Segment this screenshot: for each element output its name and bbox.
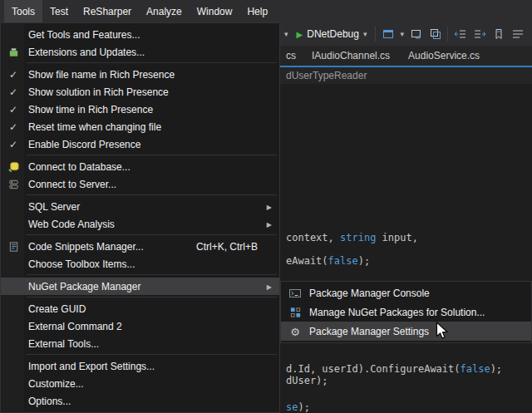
menu-item-label: Get Tools and Features... [28,29,140,41]
menu-item-code-snippets-manager[interactable]: Code Snippets Manager... Ctrl+K, Ctrl+B [1,238,279,255]
menu-item-web-code-analysis[interactable]: Web Code Analysis ▶ [1,215,279,233]
copy-window-icon[interactable] [428,27,442,42]
tools-menu: Get Tools and Features... Extensions and… [0,22,280,413]
vs-window: context, string input, eAwait(false); d.… [0,0,532,413]
menu-item-show-time-rich-presence[interactable]: ✓ Show time in Rich Presence [1,101,279,118]
menu-item-choose-toolbox-items[interactable]: Choose Toolbox Items... [1,255,279,273]
submenu-item-package-manager-console[interactable]: Package Manager Console [281,283,531,302]
code-text: ); [358,255,370,267]
menu-item-show-file-name-rich-presence[interactable]: ✓ Show file name in Rich Presence [1,66,279,83]
code-text: dUser); [286,375,328,386]
menu-item-sql-server[interactable]: SQL Server ▶ [1,198,279,215]
bookmark-icon[interactable] [491,27,505,42]
bookmark-list-icon[interactable] [510,27,525,42]
tab-clipped[interactable]: cs [283,46,303,66]
menubar: Tools Test ReSharper Analyze Window Help [0,0,532,22]
manage-packages-icon [287,306,303,318]
server-icon [5,178,22,190]
menu-item-label: Enable Discord Presence [28,139,140,150]
menubar-item-help[interactable]: Help [239,0,275,22]
menubar-item-resharper[interactable]: ReSharper [76,0,139,22]
breadcrumb[interactable]: dUserTypeReader [286,70,367,81]
code-line: d.Id, userId).ConfigureAwait(false); [286,363,502,375]
tab-audioservice[interactable]: AudioService.cs [399,46,489,66]
preview-window-icon[interactable] [409,27,423,42]
menu-item-label: External Command 2 [28,321,122,332]
menu-item-customize[interactable]: Customize... [1,375,279,392]
gear-icon: ⚙ [287,326,303,337]
menu-item-label: Choose Toolbox Items... [28,258,135,270]
code-text: eAwait( [286,255,328,267]
menubar-item-analyze[interactable]: Analyze [139,0,190,22]
code-line: se); [286,401,310,413]
code-text: d.Id, userId).ConfigureAwait( [286,363,461,375]
submenu-item-label: Package Manager Settings [309,326,429,337]
menu-item-label: Web Code Analysis [28,219,115,230]
submenu-item-manage-nuget-packages[interactable]: Manage NuGet Packages for Solution... [281,302,531,322]
console-icon [287,287,303,300]
menu-item-label: SQL Server [28,201,80,213]
menu-item-label: Code Snippets Manager... [28,241,144,253]
menu-item-nuget-package-manager[interactable]: NuGet Package Manager ▶ [1,278,279,295]
menu-item-create-guid[interactable]: Create GUID [1,300,279,317]
menu-item-reset-time-when-changing-file[interactable]: ✓ Reset time when changing file [1,118,279,135]
extensions-icon [5,46,22,58]
code-line: dUser); [286,375,328,386]
toolbar-separator [375,27,376,42]
menu-separator [27,234,277,235]
menu-item-external-command-2[interactable]: External Command 2 [1,317,279,335]
check-icon: ✓ [5,121,22,133]
submenu-item-package-manager-settings[interactable]: ⚙ Package Manager Settings [281,322,531,341]
menu-item-shortcut: Ctrl+K, Ctrl+B [196,241,273,253]
menu-item-label: Show solution in Rich Presence [28,86,169,98]
menu-item-options[interactable]: Options... [1,392,279,410]
menu-item-label: Show time in Rich Presence [28,104,153,116]
toolbar-separator [447,27,448,42]
menu-separator [27,354,277,355]
menubar-item-window[interactable]: Window [190,0,240,22]
code-keyword: se [286,401,298,413]
submenu-item-label: Package Manager Console [309,288,430,299]
menu-separator [27,194,277,195]
check-icon: ✓ [5,86,22,98]
indent-icon[interactable] [472,27,486,42]
menu-item-import-and-export-settings[interactable]: Import and Export Settings... [1,357,279,375]
menu-item-label: Connect to Server... [28,179,116,190]
menu-item-connect-to-server[interactable]: Connect to Server... [1,175,279,193]
attach-icon[interactable] [381,27,395,42]
toolbar-overflow-icon[interactable]: ▾ [284,30,288,38]
menu-item-label: Extensions and Updates... [28,47,145,58]
menu-item-label: Show file name in Rich Presence [28,69,175,81]
submenu-item-label: Manage NuGet Packages for Solution... [309,307,485,318]
menu-item-label: Customize... [28,378,84,390]
menu-separator [27,297,277,297]
menu-item-get-tools-and-features[interactable]: Get Tools and Features... [1,26,279,43]
menu-item-extensions-and-updates[interactable]: Extensions and Updates... [1,43,279,61]
check-icon: ✓ [5,104,22,116]
menubar-item-test[interactable]: Test [42,0,76,22]
check-icon: ✓ [5,139,22,150]
tab-iaudiochannel[interactable]: IAudioChannel.cs [303,46,399,66]
code-line: context, string input, [286,232,418,243]
database-icon [5,160,22,173]
menu-item-label: NuGet Package Manager [28,281,140,293]
code-keyword: false [328,255,358,267]
menu-item-external-tools[interactable]: External Tools... [1,335,279,352]
menu-item-label: External Tools... [28,338,99,350]
menu-item-label: Connect to Database... [28,161,131,173]
menubar-item-tools[interactable]: Tools [4,0,42,22]
attach-dropdown-icon[interactable]: ▾ [400,30,404,38]
unindent-icon[interactable] [453,27,467,42]
menu-separator [27,274,277,275]
code-text: context, [286,232,340,243]
menu-separator [27,62,277,63]
code-text: ); [490,363,502,375]
run-button[interactable]: ▶ DNetDebug ▾ [293,27,371,42]
run-dropdown-icon[interactable]: ▾ [363,30,367,38]
menu-separator [27,155,277,155]
menu-item-enable-discord-presence[interactable]: ✓ Enable Discord Presence [1,135,279,153]
menu-item-connect-to-database[interactable]: Connect to Database... [1,158,279,175]
menu-item-show-solution-rich-presence[interactable]: ✓ Show solution in Rich Presence [1,83,279,101]
menu-item-label: Import and Export Settings... [28,361,155,372]
mouse-cursor [436,322,451,342]
